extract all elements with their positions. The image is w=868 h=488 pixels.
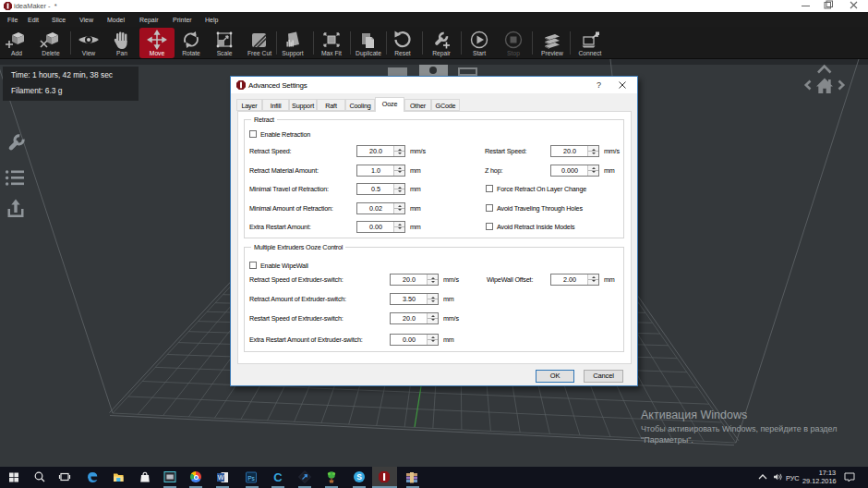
svg-text:C: C [273, 470, 283, 483]
svg-text:S: S [356, 472, 362, 482]
svg-text:Ps: Ps [247, 475, 255, 482]
svg-text:W: W [218, 474, 224, 481]
